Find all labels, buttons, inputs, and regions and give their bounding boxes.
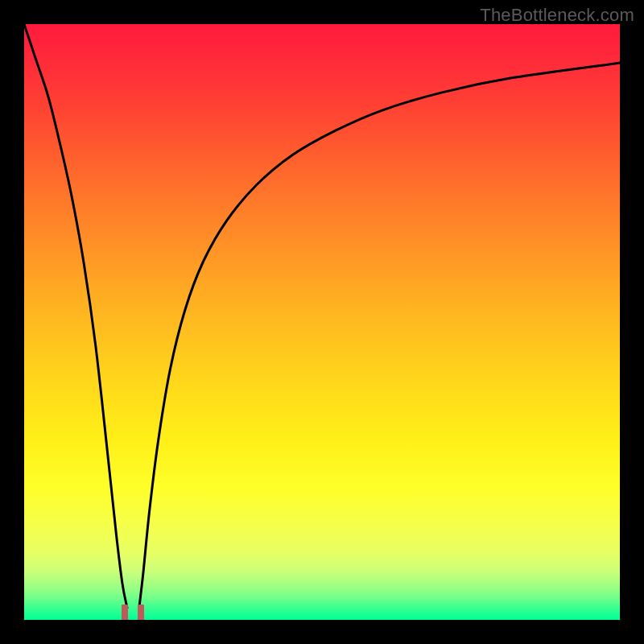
watermark-text: TheBottleneck.com: [480, 5, 634, 26]
curve-right-branch: [139, 63, 620, 608]
curve-left-branch: [24, 24, 127, 608]
chart-frame: TheBottleneck.com: [0, 0, 644, 644]
plot-area: [24, 24, 620, 620]
chart-curves: [24, 24, 620, 620]
